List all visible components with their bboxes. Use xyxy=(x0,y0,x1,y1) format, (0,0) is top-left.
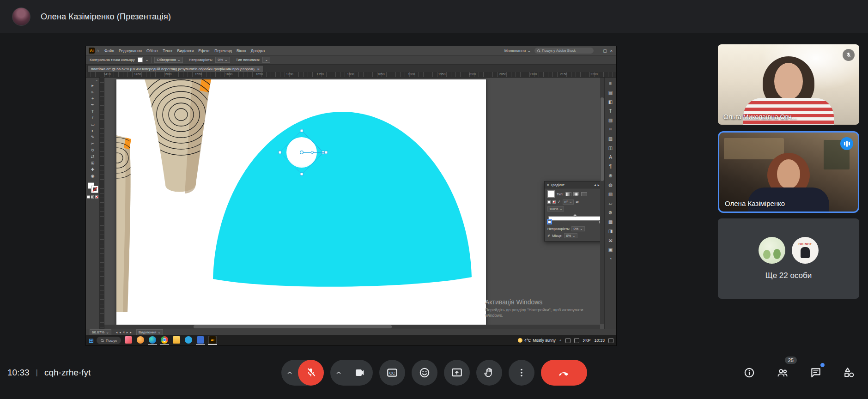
toolbar-collapse-icon[interactable]: » xyxy=(96,79,99,82)
show-people-button[interactable]: 25 xyxy=(772,362,793,383)
selection-handle[interactable] xyxy=(300,173,303,175)
gradient-preview-swatch[interactable] xyxy=(547,190,555,198)
gradient-mode-button[interactable] xyxy=(91,195,94,199)
chat-button[interactable] xyxy=(805,362,826,383)
ai-menu-item[interactable]: Файл xyxy=(102,48,116,53)
tool-button[interactable]: ✂ xyxy=(86,140,99,147)
dock-panel-icon[interactable]: ⊕ xyxy=(605,171,616,180)
tool-button[interactable]: ✒ xyxy=(86,102,99,108)
leave-call-button[interactable] xyxy=(541,360,587,386)
gradient-end-handle[interactable] xyxy=(325,151,328,154)
vertical-scrollbar[interactable] xyxy=(600,78,604,324)
location-dropdown[interactable]: 0% ⌄ xyxy=(564,233,577,238)
tool-button[interactable]: ⊞ xyxy=(86,160,99,166)
dock-panel-icon[interactable]: ▨ xyxy=(605,115,616,125)
more-participants-tile[interactable]: DO NOT Ще 22 особи xyxy=(718,218,859,299)
zoom-dropdown[interactable]: 66.67% ⌄ xyxy=(90,329,111,335)
dock-panel-icon[interactable]: ▣ xyxy=(605,245,616,254)
present-button[interactable] xyxy=(444,360,470,386)
dock-panel-icon[interactable]: ◫ xyxy=(605,143,616,152)
status-tool-dropdown[interactable]: Виділення ⌄ xyxy=(136,329,163,335)
tool-button[interactable]: ◉ xyxy=(86,173,99,179)
document-tab[interactable]: платівка.ai* @ 66.67% (RGB/Попередній пе… xyxy=(87,65,263,72)
panel-next-icon[interactable]: ▸ xyxy=(598,183,600,187)
gradient-fill-swatch[interactable] xyxy=(547,200,551,204)
keyboard-language[interactable]: УКР xyxy=(583,338,591,343)
camera-options-button[interactable] xyxy=(330,360,347,386)
tool-button[interactable]: ✎ xyxy=(86,134,99,140)
ai-menu-item[interactable]: Об'єкт xyxy=(144,48,160,53)
window-minimize-button[interactable]: – xyxy=(597,48,600,53)
first-artboard-icon[interactable]: ◂ xyxy=(116,331,118,334)
tray-icon-2[interactable] xyxy=(574,338,579,343)
notification-center-icon[interactable] xyxy=(608,338,613,343)
captions-button[interactable]: CC xyxy=(379,360,405,386)
mic-mute-button[interactable] xyxy=(298,360,324,386)
tool-button[interactable]: ▹ xyxy=(86,89,99,95)
eyedropper-icon[interactable]: ✐ xyxy=(547,234,550,238)
artboard[interactable] xyxy=(116,79,486,327)
taskbar-search[interactable]: Пошук xyxy=(97,337,121,344)
selection-handle[interactable] xyxy=(300,129,303,132)
tool-button[interactable]: ⌖ xyxy=(86,95,99,102)
taskbar-app-illustrator[interactable]: Ai xyxy=(208,336,217,345)
paper-cup-shape[interactable] xyxy=(139,79,224,193)
gradient-stroke-swatch[interactable] xyxy=(552,200,556,204)
dock-panel-icon[interactable]: ▧ xyxy=(605,189,616,199)
dock-panel-icon[interactable]: ◔ xyxy=(605,254,616,263)
dock-panel-icon[interactable]: ◧ xyxy=(605,97,616,106)
gradient-midpoint-handle[interactable] xyxy=(573,214,577,217)
stroke-dropdown[interactable]: Обведення ⌄ xyxy=(154,57,182,63)
taskbar-weather[interactable]: 4°C Mostly sunny xyxy=(518,338,556,343)
ai-menu-item[interactable]: Довідка xyxy=(249,48,267,53)
freeform-gradient-button[interactable] xyxy=(581,192,587,196)
panel-menu-icon[interactable]: ≡ xyxy=(547,183,549,187)
reverse-gradient-icon[interactable]: ⇄ xyxy=(576,200,578,204)
dock-panel-icon[interactable]: ⚙ xyxy=(605,208,616,217)
taskbar-app-telegram[interactable] xyxy=(184,336,193,345)
start-button[interactable]: ⊞ xyxy=(89,338,94,344)
dock-panel-icon[interactable]: ▱ xyxy=(605,199,616,208)
more-options-button[interactable] xyxy=(509,360,534,386)
dock-panel-icon[interactable]: ◍ xyxy=(605,180,616,189)
next-artboard-icon[interactable]: ▸ xyxy=(127,331,128,334)
dock-panel-icon[interactable]: ≡ xyxy=(605,79,616,88)
tool-button[interactable]: ▭ xyxy=(86,121,99,127)
dock-panel-icon[interactable]: ▤ xyxy=(605,88,616,97)
radial-gradient-button[interactable] xyxy=(573,192,579,196)
ai-menu-item[interactable]: Вікно xyxy=(234,48,249,53)
prev-artboard-icon[interactable]: ◂ xyxy=(119,331,121,334)
brush-type-dropdown[interactable]: ⌄ xyxy=(262,57,270,63)
opacity-value-dropdown[interactable]: 0% ⌄ xyxy=(215,57,230,63)
participant-tile-olena[interactable]: Олена Казіміренко xyxy=(718,131,859,213)
chevron-down-icon[interactable]: ⌄ xyxy=(146,58,149,62)
horizontal-scrollbar[interactable] xyxy=(104,325,600,329)
camera-toggle-button[interactable] xyxy=(347,360,373,386)
workspace-switcher[interactable]: Малювання ⌄ xyxy=(504,48,531,53)
dock-panel-icon[interactable]: ⊠ xyxy=(605,236,616,245)
ai-menu-item[interactable]: Ефект xyxy=(196,48,212,53)
dock-panel-icon[interactable]: ▩ xyxy=(605,217,616,226)
tray-icon-1[interactable] xyxy=(565,338,571,343)
taskbar-app-blue[interactable] xyxy=(196,336,205,345)
fill-color-swatch[interactable] xyxy=(138,57,143,62)
scale-dropdown[interactable]: 100% ⌄ xyxy=(547,206,564,212)
ai-menu-item[interactable]: Текст xyxy=(160,48,175,53)
home-icon[interactable]: ⌂ xyxy=(97,48,99,53)
raise-hand-button[interactable] xyxy=(476,360,502,386)
activities-button[interactable] xyxy=(838,362,860,383)
meeting-details-button[interactable] xyxy=(739,362,760,383)
none-mode-button[interactable] xyxy=(95,195,98,199)
reactions-button[interactable] xyxy=(412,360,437,386)
taskbar-app-orange[interactable] xyxy=(136,336,145,345)
fill-stroke-control[interactable] xyxy=(87,182,98,193)
linear-gradient-button[interactable] xyxy=(565,192,571,196)
stock-search-input[interactable]: Пошук у Adobe Stock xyxy=(534,48,594,54)
tray-chevron-icon[interactable]: ˄ xyxy=(559,339,562,343)
ai-menu-item[interactable]: Виділити xyxy=(175,48,196,53)
cyan-dome-shape[interactable] xyxy=(213,112,472,287)
taskbar-app-chrome[interactable] xyxy=(160,336,169,345)
ai-canvas[interactable]: Активація Windows Перейдіть до розділу "… xyxy=(100,78,604,329)
selection-handle[interactable] xyxy=(279,151,281,154)
taskbar-app-edge[interactable] xyxy=(148,336,157,345)
